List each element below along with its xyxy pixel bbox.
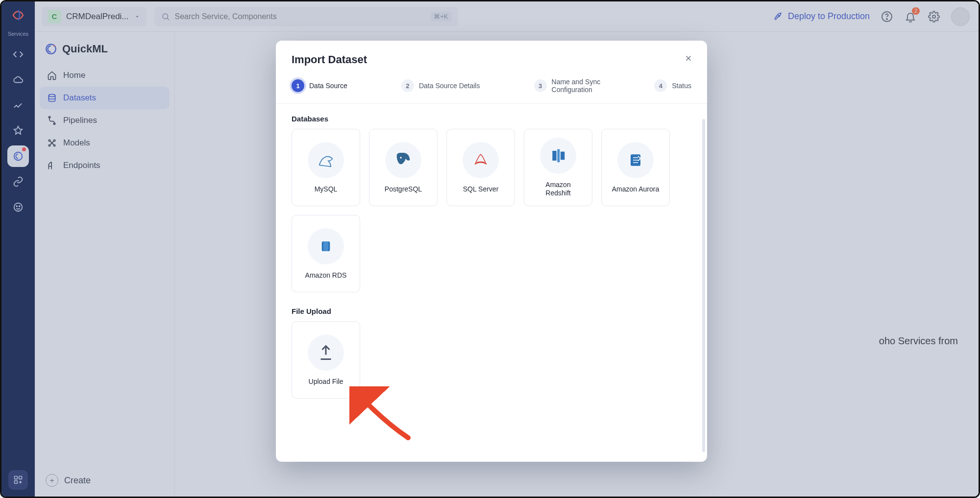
section-heading-databases: Databases	[292, 115, 691, 123]
step-4[interactable]: 4 Status	[654, 79, 691, 92]
mysql-icon	[308, 142, 344, 178]
import-dataset-modal: Import Dataset 1 Data Source 2 Data Sour…	[276, 41, 707, 462]
step-label: Data Source	[309, 82, 347, 90]
step-2[interactable]: 2 Data Source Details	[401, 79, 480, 92]
datasource-label: Amazon RDS	[305, 271, 347, 280]
datasource-upload-file[interactable]: Upload File	[292, 321, 360, 399]
step-number: 2	[401, 79, 414, 92]
datasource-label: Amazon Aurora	[612, 185, 660, 193]
datasource-label: PostgreSQL	[385, 185, 422, 193]
modal-close-button[interactable]	[682, 51, 695, 65]
svg-rect-28	[323, 241, 328, 251]
datasource-redshift[interactable]: AmazonRedshift	[524, 129, 592, 206]
postgresql-icon	[385, 142, 421, 178]
datasource-label: SQL Server	[463, 185, 499, 193]
step-number: 4	[654, 79, 667, 92]
svg-point-22	[400, 157, 401, 158]
aurora-icon	[617, 142, 654, 178]
modal-stepper: 1 Data Source 2 Data Source Details 3 Na…	[276, 66, 707, 104]
datasource-aurora[interactable]: Amazon Aurora	[601, 129, 670, 206]
database-cards: MySQL PostgreSQL SQL Server AmazonRedshi…	[292, 129, 691, 292]
datasource-label: MySQL	[315, 185, 338, 193]
step-label: Data Source Details	[419, 82, 480, 90]
datasource-rds[interactable]: Amazon RDS	[292, 215, 360, 292]
fileupload-cards: Upload File	[292, 321, 691, 399]
step-number: 3	[534, 79, 547, 92]
sqlserver-icon	[463, 142, 499, 178]
modal-body: Databases MySQL PostgreSQL SQL Server	[276, 104, 707, 462]
svg-rect-23	[552, 151, 556, 161]
svg-rect-24	[557, 149, 560, 163]
svg-rect-25	[561, 152, 564, 160]
modal-header: Import Dataset	[276, 41, 707, 66]
step-number: 1	[292, 79, 304, 92]
section-heading-fileupload: File Upload	[292, 307, 691, 315]
step-1[interactable]: 1 Data Source	[292, 79, 347, 92]
step-label: Name and SyncConfiguration	[552, 78, 601, 94]
datasource-mysql[interactable]: MySQL	[292, 129, 360, 206]
datasource-label: AmazonRedshift	[545, 181, 570, 197]
datasource-postgresql[interactable]: PostgreSQL	[369, 129, 438, 206]
datasource-sqlserver[interactable]: SQL Server	[446, 129, 515, 206]
upload-icon	[308, 334, 344, 371]
modal-title: Import Dataset	[292, 53, 691, 66]
step-label: Status	[672, 82, 691, 90]
rds-icon	[308, 228, 344, 264]
redshift-icon	[540, 138, 576, 174]
datasource-label: Upload File	[309, 378, 343, 386]
step-3[interactable]: 3 Name and SyncConfiguration	[534, 78, 601, 94]
